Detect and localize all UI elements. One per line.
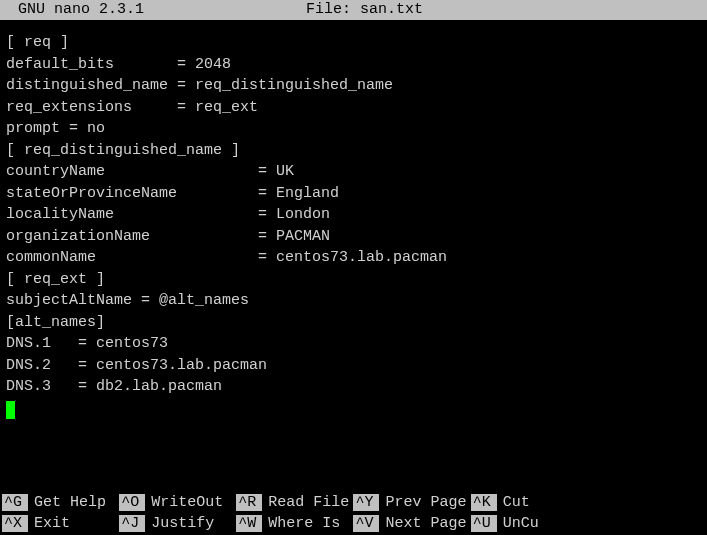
file-line: [ req_distinguished_name ] — [6, 142, 240, 159]
file-line: DNS.3 = db2.lab.pacman — [6, 378, 222, 395]
title-bar: GNU nano 2.3.1 File: san.txt — [0, 0, 707, 20]
file-line: localityName = London — [6, 206, 330, 223]
shortcut-label: WriteOut — [151, 494, 223, 511]
shortcut-label: Cut — [503, 494, 530, 511]
file-content[interactable]: [ req ] default_bits = 2048 distinguishe… — [0, 20, 707, 492]
shortcut-label: Where Is — [268, 515, 340, 532]
shortcut-key: ^V — [353, 515, 379, 532]
shortcut-label: Justify — [151, 515, 214, 532]
file-line: stateOrProvinceName = England — [6, 185, 339, 202]
shortcut-where-is[interactable]: ^W Where Is — [236, 513, 353, 533]
shortcut-cut[interactable]: ^K Cut — [471, 492, 588, 512]
shortcut-prev-page[interactable]: ^Y Prev Page — [353, 492, 470, 512]
file-line: distinguished_name = req_distinguished_n… — [6, 77, 393, 94]
shortcut-bar: ^G Get Help ^O WriteOut ^R Read File ^Y … — [0, 492, 707, 535]
file-line: subjectAltName = @alt_names — [6, 292, 249, 309]
shortcut-key: ^R — [236, 494, 262, 511]
shortcut-key: ^K — [471, 494, 497, 511]
shortcut-key: ^U — [471, 515, 497, 532]
shortcut-label: Prev Page — [385, 494, 466, 511]
shortcut-key: ^W — [236, 515, 262, 532]
shortcut-label: Next Page — [385, 515, 466, 532]
shortcut-writeout[interactable]: ^O WriteOut — [119, 492, 236, 512]
shortcut-uncut[interactable]: ^U UnCu — [471, 513, 588, 533]
shortcut-key: ^Y — [353, 494, 379, 511]
file-line: [alt_names] — [6, 314, 105, 331]
file-line: DNS.2 = centos73.lab.pacman — [6, 357, 267, 374]
title-spacer — [144, 1, 306, 18]
shortcut-justify[interactable]: ^J Justify — [119, 513, 236, 533]
file-line: [ req_ext ] — [6, 271, 105, 288]
app-title: GNU nano 2.3.1 — [0, 1, 144, 18]
shortcut-label: Exit — [34, 515, 70, 532]
shortcut-read-file[interactable]: ^R Read File — [236, 492, 353, 512]
shortcut-get-help[interactable]: ^G Get Help — [2, 492, 119, 512]
shortcut-label: UnCu — [503, 515, 539, 532]
text-cursor — [6, 401, 15, 419]
shortcut-label: Read File — [268, 494, 349, 511]
shortcut-spacer — [588, 492, 705, 512]
shortcut-next-page[interactable]: ^V Next Page — [353, 513, 470, 533]
file-line: commonName = centos73.lab.pacman — [6, 249, 447, 266]
file-title: File: san.txt — [306, 1, 423, 18]
shortcut-key: ^O — [119, 494, 145, 511]
file-line: req_extensions = req_ext — [6, 99, 258, 116]
nano-editor: GNU nano 2.3.1 File: san.txt [ req ] def… — [0, 0, 707, 535]
shortcut-key: ^G — [2, 494, 28, 511]
shortcut-exit[interactable]: ^X Exit — [2, 513, 119, 533]
shortcut-key: ^J — [119, 515, 145, 532]
file-line: countryName = UK — [6, 163, 294, 180]
file-line: [ req ] — [6, 34, 69, 51]
file-line: organizationName = PACMAN — [6, 228, 330, 245]
shortcut-key: ^X — [2, 515, 28, 532]
file-line: default_bits = 2048 — [6, 56, 231, 73]
shortcut-label: Get Help — [34, 494, 106, 511]
file-line: prompt = no — [6, 120, 105, 137]
file-line: DNS.1 = centos73 — [6, 335, 168, 352]
